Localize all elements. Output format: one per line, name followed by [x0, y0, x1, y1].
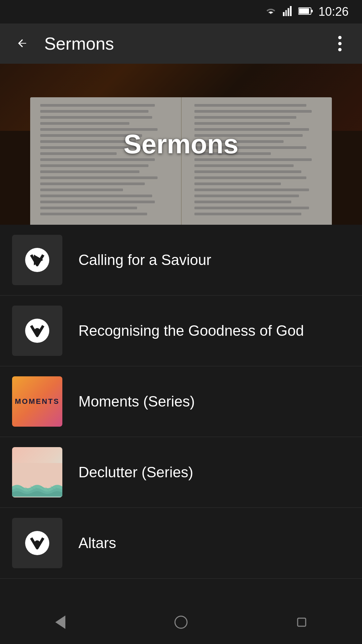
app-bar-title: Sermons [44, 34, 330, 54]
app-bar: Sermons [0, 23, 362, 64]
back-button[interactable] [12, 34, 32, 54]
svg-point-12 [35, 328, 40, 333]
moments-label: MOMENTS [15, 397, 59, 406]
battery-icon [298, 6, 313, 17]
sermon-thumbnail [12, 447, 62, 497]
sermon-title: Calling for a Saviour [78, 250, 350, 269]
status-bar: 10:26 [0, 0, 362, 23]
svg-rect-0 [283, 12, 285, 16]
hero-title: Sermons [124, 129, 238, 160]
svg-rect-5 [299, 8, 309, 14]
signal-icon [283, 6, 293, 17]
sermon-thumbnail [12, 235, 62, 285]
hero-image: Sermons [0, 64, 362, 225]
logo-icon [24, 530, 51, 556]
sermon-list: Calling for a Saviour Recognising the Go… [0, 225, 362, 579]
nav-home-button[interactable] [168, 609, 194, 636]
sermon-item[interactable]: Declutter (Series) [0, 437, 362, 508]
nav-back-button[interactable] [47, 609, 74, 636]
more-options-button[interactable] [330, 34, 350, 54]
svg-point-26 [175, 616, 187, 628]
wifi-icon [264, 6, 278, 17]
svg-point-10 [35, 257, 40, 263]
svg-rect-3 [290, 6, 292, 16]
sermon-item[interactable]: Calling for a Saviour [0, 225, 362, 296]
status-time: 10:26 [318, 5, 349, 19]
navigation-bar [0, 604, 362, 644]
sermon-thumbnail [12, 306, 62, 356]
svg-rect-6 [311, 10, 313, 12]
sermon-title: Recognising the Goodness of God [78, 321, 350, 340]
logo-icon [24, 317, 51, 344]
sermon-item[interactable]: MOMENTS Moments (Series) [0, 366, 362, 437]
sermon-thumbnail [12, 518, 62, 568]
status-icons: 10:26 [264, 5, 349, 19]
sermon-title: Altars [78, 533, 350, 552]
svg-rect-2 [288, 8, 289, 16]
sermon-item[interactable]: Altars [0, 508, 362, 579]
declutter-pattern-icon [12, 462, 62, 497]
svg-rect-1 [285, 10, 287, 16]
sermon-item[interactable]: Recognising the Goodness of God [0, 296, 362, 366]
sermon-title: Moments (Series) [78, 392, 350, 411]
logo-icon [24, 247, 51, 273]
nav-recent-button[interactable] [288, 609, 315, 636]
svg-marker-25 [55, 615, 65, 629]
more-dots-icon [338, 36, 342, 51]
svg-rect-27 [298, 618, 306, 626]
sermon-thumbnail: MOMENTS [12, 376, 62, 427]
svg-point-24 [35, 540, 40, 546]
sermon-title: Declutter (Series) [78, 463, 350, 482]
